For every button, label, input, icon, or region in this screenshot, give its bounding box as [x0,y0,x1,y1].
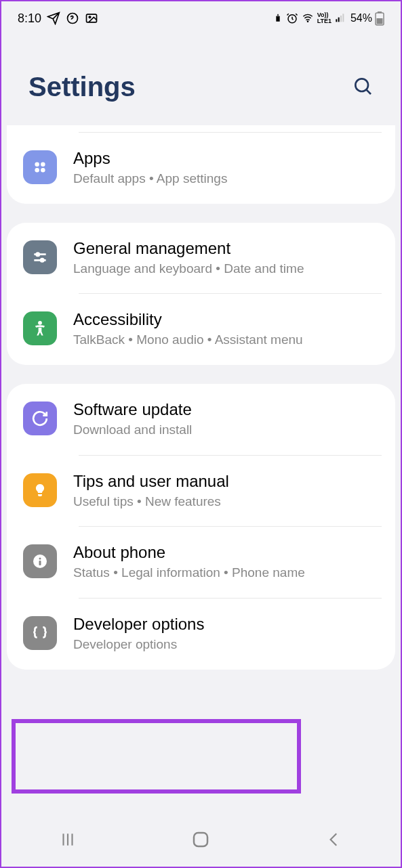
gallery-icon [85,12,98,25]
row-title: Accessibility [73,310,382,329]
svg-rect-29 [194,833,207,846]
row-subtitle: Download and install [73,422,382,439]
svg-rect-7 [340,16,342,22]
status-time: 8:10 [18,12,41,26]
settings-list: Apps Default apps • App settings General… [1,125,401,670]
settings-section: Software update Download and install Tip… [7,384,395,670]
row-subtitle: Status • Legal information • Phone name [73,565,382,582]
about-icon [23,544,57,578]
alarm-icon [286,12,298,24]
settings-row-developer[interactable]: Developer options Developer options [7,599,395,670]
svg-point-12 [355,79,368,91]
row-title: Developer options [73,615,382,634]
row-title: Apps [73,149,382,168]
apps-icon [23,150,57,184]
developer-icon [23,616,57,650]
row-title: General management [73,239,382,258]
svg-line-13 [366,89,371,94]
volte-icon: Vo))LTE1 [317,12,331,24]
page-header: Settings [1,35,401,125]
svg-point-15 [41,162,45,167]
settings-row-tips[interactable]: Tips and user manual Useful tips • New f… [7,456,395,527]
wifi-icon [301,13,315,24]
settings-row-software[interactable]: Software update Download and install [7,384,395,455]
row-title: Tips and user manual [73,472,382,491]
signal-icon [334,13,346,24]
svg-point-19 [37,253,39,255]
settings-row-apps[interactable]: Apps Default apps • App settings [7,133,395,204]
back-button[interactable] [314,819,355,860]
settings-row-accessibility[interactable]: Accessibility TalkBack • Mono audio • As… [7,294,395,365]
svg-point-16 [35,168,39,173]
row-subtitle: Language and keyboard • Date and time [73,261,382,278]
navigation-bar [1,812,401,867]
page-title: Settings [28,72,136,102]
settings-row-about[interactable]: About phone Status • Legal information •… [7,527,395,598]
settings-section: Apps Default apps • App settings [7,125,395,204]
status-bar: 8:10 Vo))LTE1 54% [1,1,401,35]
svg-point-4 [307,21,308,22]
svg-point-24 [39,558,41,560]
svg-point-14 [35,162,39,167]
general-icon [23,240,57,274]
battery-percent: 54% [350,12,372,24]
tips-icon [23,473,57,507]
battery-icon [375,11,384,26]
status-left: 8:10 [18,12,98,26]
settings-section: General management Language and keyboard… [7,223,395,365]
row-subtitle: Developer options [73,636,382,653]
svg-point-17 [41,168,45,173]
svg-rect-25 [39,561,41,565]
svg-rect-5 [336,19,337,22]
row-title: About phone [73,543,382,562]
row-subtitle: Useful tips • New features [73,494,382,511]
svg-point-21 [41,259,43,261]
svg-rect-8 [342,14,344,22]
svg-rect-6 [338,18,340,22]
whatsapp-icon [66,12,79,25]
settings-row-general[interactable]: General management Language and keyboard… [7,223,395,294]
row-subtitle: Default apps • App settings [73,171,382,188]
telegram-icon [47,12,60,25]
recents-button[interactable] [47,819,88,860]
svg-point-22 [38,321,42,325]
status-right: Vo))LTE1 54% [273,11,384,26]
svg-point-2 [89,16,91,18]
software-update-icon [23,402,57,435]
row-title: Software update [73,400,382,419]
accessibility-icon [23,311,57,345]
notification-icon [273,13,283,24]
search-icon[interactable] [352,75,374,100]
row-subtitle: TalkBack • Mono audio • Assistant menu [73,332,382,349]
svg-rect-10 [378,12,382,13]
home-button[interactable] [180,819,221,860]
svg-rect-11 [377,18,383,24]
